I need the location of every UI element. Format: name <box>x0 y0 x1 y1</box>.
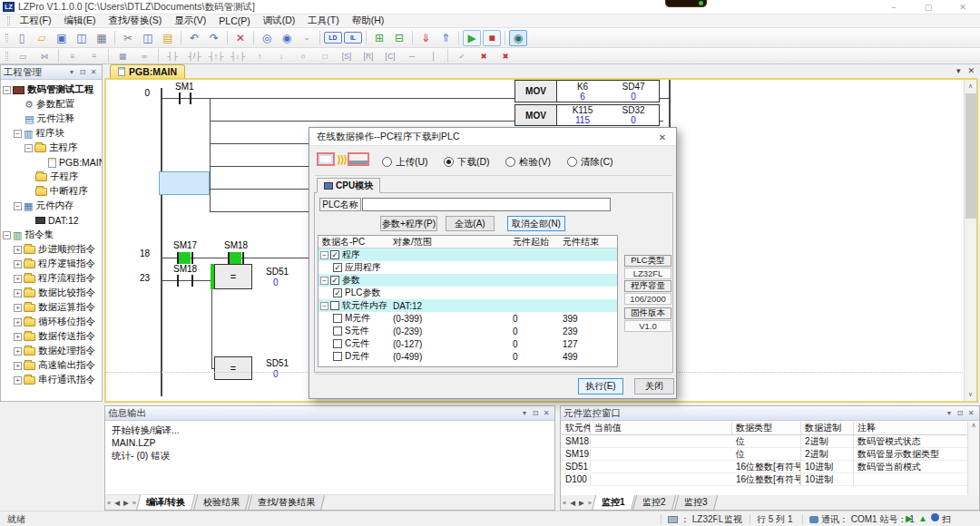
selected-cell[interactable] <box>159 171 210 195</box>
maximize-button[interactable]: ▢ <box>911 0 946 15</box>
expander-icon[interactable]: + <box>14 333 22 341</box>
tree-item-project-root[interactable]: −数码管测试工程 <box>1 83 102 97</box>
expander-icon[interactable]: + <box>14 275 22 283</box>
table-row-plc-parameter[interactable]: ✓PLC参数 <box>318 287 617 299</box>
tree-item-sub-program[interactable]: 子程序 <box>1 170 102 184</box>
table-row-s-device[interactable]: S元件 (0-239)0239 <box>318 325 617 337</box>
panel-close-icon[interactable]: ✕ <box>965 409 976 417</box>
tree-item-device-memory[interactable]: −▦元件内存 <box>1 199 102 213</box>
compare-block[interactable]: = <box>214 356 252 380</box>
coil-icon[interactable]: ○ <box>293 49 313 63</box>
expander-icon[interactable]: − <box>3 86 11 94</box>
radio-icon[interactable] <box>505 157 515 167</box>
print-icon[interactable]: ▦ <box>93 30 111 46</box>
checkbox-unchecked[interactable] <box>333 326 342 336</box>
dialog-close-action-button[interactable]: 关闭 <box>634 378 674 394</box>
expander-icon[interactable]: + <box>14 246 22 254</box>
expander-icon[interactable]: + <box>14 347 22 356</box>
tab-find-replace-result[interactable]: 查找/替换结果 <box>248 495 325 511</box>
nav-first-icon[interactable]: « <box>563 499 566 507</box>
tree-item-shift-instr[interactable]: +循环移位指令 <box>1 315 102 329</box>
contact-rising-icon[interactable]: ┤↑├ <box>206 49 226 63</box>
scroll-up-icon[interactable]: ∧ <box>965 80 976 93</box>
plc-name-field[interactable] <box>362 198 611 211</box>
checkbox-unchecked[interactable] <box>333 339 342 348</box>
tree-item-highspeed-instr[interactable]: +高速输出指令 <box>1 358 102 373</box>
scrollbar-thumb[interactable] <box>965 93 976 219</box>
expander-icon[interactable]: + <box>14 260 22 268</box>
menu-project[interactable]: 工程(F) <box>14 15 57 27</box>
reset-instruction-icon[interactable]: [R] <box>358 49 378 63</box>
nav-last-icon[interactable]: » <box>132 499 136 507</box>
delete-row-icon[interactable]: ⌗ <box>84 49 104 63</box>
delete-vline-icon[interactable]: ✖ <box>495 49 515 63</box>
contact-no-icon[interactable]: ┤├ <box>162 49 182 63</box>
expander-icon[interactable]: + <box>14 376 22 385</box>
checkbox-unchecked[interactable] <box>333 352 342 361</box>
tab-cpu-module[interactable]: CPU模块 <box>317 178 380 193</box>
tab-monitor-2[interactable]: 监控2 <box>632 495 676 511</box>
compare-block[interactable]: = <box>214 264 252 289</box>
radio-upload[interactable]: 上传(U) <box>382 156 428 169</box>
save-icon[interactable]: ▣ <box>53 30 71 46</box>
panel-close-icon[interactable]: ✕ <box>541 409 552 417</box>
nav-next-icon[interactable]: ▶ <box>123 499 129 507</box>
tab-monitor-1[interactable]: 监控1 <box>592 495 635 511</box>
zoom-out-icon[interactable]: ⊟ <box>390 30 408 46</box>
nav-prev-icon[interactable]: ◀ <box>570 499 575 507</box>
expander-icon[interactable]: + <box>14 304 22 312</box>
expander-icon[interactable]: + <box>14 289 22 297</box>
expander-icon[interactable]: − <box>14 130 22 138</box>
panel-menu-icon[interactable]: ▾ <box>519 409 530 417</box>
menu-tools[interactable]: 工具(T) <box>301 15 345 27</box>
nav-last-icon[interactable]: » <box>588 499 592 507</box>
delete-hline-icon[interactable]: ✖ <box>474 49 494 63</box>
tab-list-icon[interactable]: ▾ <box>956 66 961 75</box>
monitor-row-d100[interactable]: D10016位整数[有符号]10进制 <box>562 473 978 486</box>
nav-first-icon[interactable]: « <box>107 499 111 507</box>
counter-instruction-icon[interactable]: [C] <box>380 49 400 63</box>
monitor-row-sd51[interactable]: SD5116位整数[有符号]10进制数码管当前模式 <box>562 461 978 473</box>
radio-verify[interactable]: 检验(V) <box>505 156 551 169</box>
contact-falling-icon[interactable]: ┤↓├ <box>228 49 248 63</box>
expander-icon[interactable]: − <box>320 251 328 259</box>
insert-row-icon[interactable]: ≡ <box>63 49 83 63</box>
convert-all-icon[interactable]: ⋈ <box>34 49 54 63</box>
horizontal-line-icon[interactable]: ─ <box>402 49 422 63</box>
ladder-view-icon[interactable]: LD <box>324 32 342 44</box>
minimize-button[interactable]: – <box>877 0 911 15</box>
save-all-icon[interactable]: ◫ <box>73 30 91 46</box>
scroll-down-icon[interactable]: ∨ <box>965 388 976 401</box>
radio-icon-selected[interactable] <box>444 157 454 167</box>
find-replace-icon[interactable]: ◉ <box>278 30 296 46</box>
new-file-icon[interactable]: ▯ <box>13 30 31 46</box>
radio-icon[interactable] <box>382 157 392 167</box>
tree-item-param-config[interactable]: ⚙参数配置 <box>1 97 102 112</box>
select-all-button[interactable]: 全选(A) <box>446 216 495 231</box>
redo-icon[interactable]: ↷ <box>205 30 223 46</box>
tree-item-main-program[interactable]: −主程序 <box>1 141 102 155</box>
vertical-line-icon[interactable]: │ <box>424 49 444 63</box>
download-to-plc-icon[interactable]: ⇓ <box>416 30 435 46</box>
delete-cell-icon[interactable]: ∞ <box>134 49 154 63</box>
il-view-icon[interactable]: IL <box>344 32 362 44</box>
checkbox-unchecked[interactable] <box>330 301 339 310</box>
tree-item-process-instr[interactable]: +数据处理指令 <box>1 344 102 358</box>
tab-check-result[interactable]: 校验结果 <box>193 495 250 511</box>
check-icon[interactable]: ✓ <box>452 49 472 63</box>
checkbox-checked[interactable]: ✓ <box>333 263 342 272</box>
checkbox-checked[interactable]: ✓ <box>330 276 339 285</box>
dialog-title-bar[interactable]: 在线数据操作--PC程序下载到PLC <box>309 128 676 146</box>
panel-close-icon[interactable]: ✕ <box>88 68 99 76</box>
cancel-all-button[interactable]: 取消全部(N) <box>507 216 565 231</box>
checkbox-unchecked[interactable] <box>333 314 342 323</box>
find-icon[interactable]: ◎ <box>258 30 276 46</box>
table-row-app-program[interactable]: ✓应用程序 <box>318 261 617 274</box>
expander-icon[interactable]: − <box>320 302 328 310</box>
table-row-program[interactable]: −✓程序 <box>318 248 617 261</box>
tree-item-math-instr[interactable]: +数据运算指令 <box>1 300 102 315</box>
insert-cell-icon[interactable]: ▦ <box>113 49 132 63</box>
run-icon[interactable]: ▶ <box>463 30 481 46</box>
mov-instruction-block[interactable]: MOV K66 SD470 <box>514 80 660 102</box>
edge-down-icon[interactable]: ↓ <box>271 49 291 63</box>
